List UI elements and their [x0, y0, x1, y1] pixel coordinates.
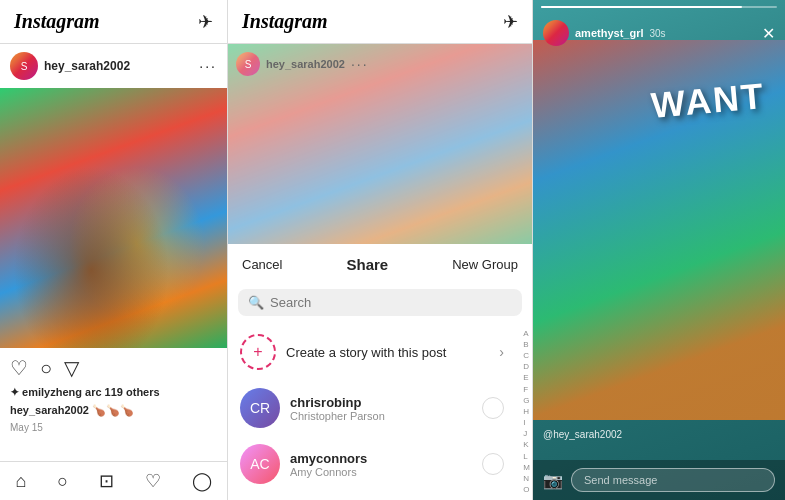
- create-story-item[interactable]: + Create a story with this post ›: [228, 324, 516, 380]
- contact-fullname-0: Christopher Parson: [290, 410, 385, 422]
- story-time: 30s: [649, 28, 665, 39]
- story-progress-fill: [541, 6, 742, 8]
- instagram-logo: Instagram: [14, 10, 100, 33]
- post-caption: hey_sarah2002 🍗🍗🍗: [0, 401, 227, 420]
- story-user-info: amethyst_grl 30s: [543, 20, 666, 46]
- contact-left-0: CR chrisrobinp Christopher Parson: [240, 388, 385, 428]
- story-message-input[interactable]: [571, 468, 775, 492]
- nav-profile-icon[interactable]: ◯: [192, 470, 212, 492]
- post-username[interactable]: hey_sarah2002: [44, 59, 130, 73]
- post-more-btn[interactable]: ···: [199, 58, 217, 74]
- contact-names-0: chrisrobinp Christopher Parson: [290, 395, 385, 422]
- share-list: + Create a story with this post › CR chr…: [228, 324, 532, 500]
- contact-avatar-1: AC: [240, 444, 280, 484]
- contact-item-0[interactable]: CR chrisrobinp Christopher Parson: [228, 380, 516, 436]
- post-user-info: S hey_sarah2002: [10, 52, 130, 80]
- story-item-label: Create a story with this post: [286, 345, 446, 360]
- contact-fullname-1: Amy Connors: [290, 466, 367, 478]
- story-left: + Create a story with this post: [240, 334, 446, 370]
- share-title: Share: [347, 256, 389, 273]
- contact-radio-1[interactable]: [482, 453, 504, 475]
- post-actions: ♡ ○ ▽: [0, 348, 227, 384]
- share-instagram-logo: Instagram: [242, 10, 328, 33]
- contact-username-0: chrisrobinp: [290, 395, 385, 410]
- comment-icon[interactable]: ○: [40, 357, 52, 380]
- share-search-icon: 🔍: [248, 295, 264, 310]
- story-footer: 📷: [533, 460, 785, 500]
- post-image: [0, 88, 228, 348]
- feed-panel: Instagram ✈ S hey_sarah2002 ··· ♡ ○ ▽ ✦ …: [0, 0, 228, 500]
- share-header: Instagram ✈: [228, 0, 532, 44]
- nav-add-icon[interactable]: ⊡: [99, 470, 114, 492]
- share-search-input[interactable]: [270, 295, 512, 310]
- story-panel: amethyst_grl 30s ✕ WANT @hey_sarah2002 📷: [533, 0, 785, 500]
- story-username: amethyst_grl: [575, 27, 643, 39]
- caption-text: 🍗🍗🍗: [92, 404, 134, 416]
- contact-item-1[interactable]: AC amyconnors Amy Connors: [228, 436, 516, 492]
- story-close-button[interactable]: ✕: [762, 24, 775, 43]
- story-camera-icon[interactable]: 📷: [543, 471, 563, 490]
- shoe-overlay: [0, 88, 228, 348]
- share-send-icon[interactable]: ✈: [503, 11, 518, 33]
- new-group-button[interactable]: New Group: [452, 257, 518, 272]
- contact-radio-0[interactable]: [482, 397, 504, 419]
- share-actions-bar: Cancel Share New Group: [228, 244, 532, 285]
- alphabet-index: A B C D E F G H I J K L M N O: [523, 324, 530, 500]
- share-icon[interactable]: ▽: [64, 356, 79, 380]
- contact-left-1: AC amyconnors Amy Connors: [240, 444, 367, 484]
- share-post-dots: ···: [351, 56, 369, 72]
- story-header: amethyst_grl 30s ✕: [533, 12, 785, 50]
- story-circle-icon: +: [240, 334, 276, 370]
- cancel-button[interactable]: Cancel: [242, 257, 282, 272]
- post-likes: ✦ emilyzheng arc 119 others: [0, 384, 227, 401]
- share-post-username: hey_sarah2002: [266, 58, 345, 70]
- share-post-preview: S hey_sarah2002 ···: [228, 44, 532, 244]
- send-icon[interactable]: ✈: [198, 11, 213, 33]
- share-post-avatar: S: [236, 52, 260, 76]
- story-caption: @hey_sarah2002: [543, 429, 622, 440]
- story-progress-bar: [541, 6, 777, 8]
- story-chevron-icon: ›: [499, 344, 504, 360]
- nav-home-icon[interactable]: ⌂: [15, 471, 26, 492]
- post-date: May 15: [0, 420, 227, 435]
- bottom-nav: ⌂ ○ ⊡ ♡ ◯: [0, 461, 227, 500]
- nav-heart-icon[interactable]: ♡: [145, 470, 161, 492]
- contact-avatar-0: CR: [240, 388, 280, 428]
- nav-search-icon[interactable]: ○: [57, 471, 68, 492]
- share-search-bar[interactable]: 🔍: [238, 289, 522, 316]
- contact-names-1: amyconnors Amy Connors: [290, 451, 367, 478]
- story-user-avatar: [543, 20, 569, 46]
- share-panel: Instagram ✈ S hey_sarah2002 ··· Cancel S…: [228, 0, 533, 500]
- caption-username[interactable]: hey_sarah2002: [10, 404, 89, 416]
- post-avatar: S: [10, 52, 38, 80]
- feed-header: Instagram ✈: [0, 0, 227, 44]
- like-icon[interactable]: ♡: [10, 356, 28, 380]
- post-user-row: S hey_sarah2002 ···: [0, 44, 227, 88]
- contact-username-1: amyconnors: [290, 451, 367, 466]
